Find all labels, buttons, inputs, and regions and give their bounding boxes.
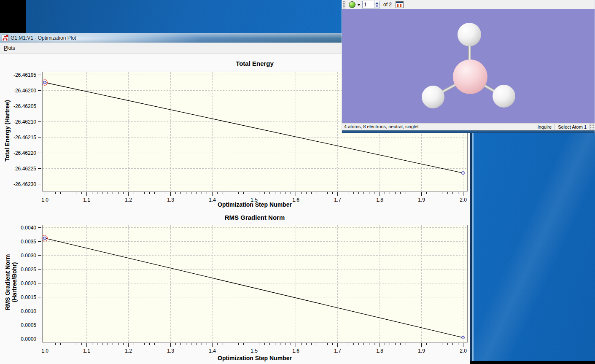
icon-red-bar (400, 4, 401, 7)
svg-text:1.0: 1.0 (41, 348, 48, 354)
frame-spin-buttons (374, 1, 380, 8)
svg-text:1.9: 1.9 (418, 348, 425, 354)
svg-text:1.3: 1.3 (167, 348, 174, 354)
frame-spinner[interactable]: 1 (362, 1, 380, 8)
resize-grip[interactable] (590, 124, 595, 130)
molecule-toolbar: 1 of 2 (342, 0, 595, 9)
hydrogen-atom-right[interactable] (493, 85, 515, 108)
svg-text:0.0000: 0.0000 (21, 336, 36, 342)
svg-text:0.0025: 0.0025 (21, 267, 36, 272)
svg-text:1.4: 1.4 (209, 348, 216, 354)
molecule-status-bar: 4 atoms, 8 electrons, neutral, singlet I… (342, 123, 595, 130)
menu-plots[interactable]: Plots (0, 44, 19, 52)
svg-text:0.0010: 0.0010 (21, 308, 36, 314)
svg-text:-26.46210: -26.46210 (13, 119, 36, 125)
molecule-3d-view[interactable] (342, 9, 595, 123)
spin-down-button[interactable] (374, 5, 380, 8)
svg-text:1.5: 1.5 (250, 348, 258, 354)
x-axis-label-top: Optimization Step Number (42, 201, 467, 208)
svg-text:1.7: 1.7 (334, 348, 341, 354)
plot-tree-icon (2, 35, 8, 41)
svg-text:0.0035: 0.0035 (21, 239, 36, 245)
status-select-atom: Select Atom 1 (555, 124, 590, 130)
svg-text:0.0015: 0.0015 (21, 294, 36, 300)
toolbar-drag-handle[interactable] (343, 1, 345, 8)
status-mode-inquire: Inquire (534, 124, 555, 130)
frame-number-field[interactable]: 1 (363, 1, 374, 8)
svg-text:-26.46200: -26.46200 (13, 88, 36, 94)
svg-text:-26.46220: -26.46220 (13, 150, 36, 156)
svg-text:1.1: 1.1 (83, 348, 90, 354)
desktop-black-corner (0, 0, 26, 33)
svg-text:1.6: 1.6 (292, 348, 299, 354)
icon-red-bar (397, 4, 398, 7)
frame-list-icon[interactable] (396, 1, 404, 8)
y-axis-label-total-energy: Total Energy (Hartree) (4, 72, 11, 190)
hydrogen-atom-left[interactable] (422, 86, 444, 108)
y-axis-label-rms-gradient: RMS Gradient Norm (Hartree/Bohr) (4, 227, 18, 337)
green-sphere-icon[interactable] (349, 1, 355, 8)
window-bottom-border (342, 130, 595, 133)
molecule-info-text: 4 atoms, 8 electrons, neutral, singlet (342, 124, 534, 130)
svg-text:0.0020: 0.0020 (21, 280, 36, 286)
boron-atom-center[interactable] (453, 59, 487, 94)
frame-count-label: of 2 (383, 2, 392, 8)
desktop-black-bottom-strip (470, 361, 595, 364)
svg-text:-26.46205: -26.46205 (13, 103, 36, 109)
svg-text:2.0: 2.0 (460, 348, 467, 354)
svg-text:-26.46230: -26.46230 (13, 181, 36, 187)
desktop-light-streak (470, 131, 595, 364)
hydrogen-atom-top[interactable] (458, 23, 481, 46)
chevron-down-icon[interactable] (357, 4, 361, 6)
svg-text:-26.46215: -26.46215 (13, 135, 36, 140)
icon-titlebar (396, 2, 403, 3)
chart-title-rms-gradient: RMS Gradient Norm (42, 214, 467, 221)
arrow-down-icon (376, 5, 378, 7)
window-title: G1:M1:V1 - Optimization Plot (11, 35, 76, 41)
svg-text:-26.46195: -26.46195 (13, 72, 36, 78)
arrow-up-icon (376, 2, 378, 4)
menu-plots-label: Plots (4, 45, 15, 51)
svg-text:1.2: 1.2 (125, 348, 132, 354)
svg-text:0.0030: 0.0030 (21, 253, 36, 259)
svg-text:0.0005: 0.0005 (21, 322, 36, 328)
svg-text:1.8: 1.8 (376, 348, 383, 354)
screen: G1:M1:V1 - Optimization Plot Plots -26.4… (0, 0, 595, 364)
molecule-view-window: 1 of 2 4 atoms, (342, 0, 595, 133)
x-axis-label-bottom: Optimization Step Number (42, 355, 467, 361)
svg-text:-26.46225: -26.46225 (13, 166, 36, 172)
svg-text:0.0040: 0.0040 (21, 225, 36, 231)
spin-up-button[interactable] (374, 1, 380, 5)
